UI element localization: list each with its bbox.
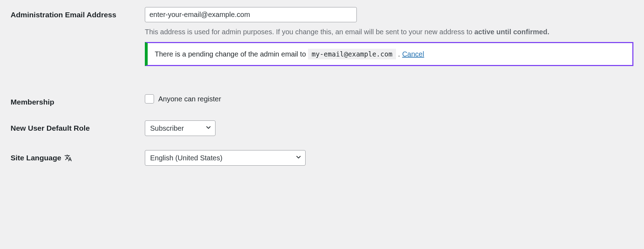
pending-email-code: my-email@example.com: [308, 49, 396, 59]
translate-icon: [64, 154, 72, 162]
membership-row: Membership Anyone can register: [11, 94, 633, 106]
site-language-select[interactable]: English (United States): [145, 150, 306, 166]
admin-email-row: Administration Email Address This addres…: [11, 7, 633, 66]
site-language-row: Site Language English (United States): [11, 150, 633, 166]
default-role-select-wrap: Subscriber: [145, 120, 215, 136]
default-role-row: New User Default Role Subscriber: [11, 120, 633, 136]
membership-field: Anyone can register: [145, 94, 633, 103]
default-role-select[interactable]: Subscriber: [145, 120, 215, 136]
pending-email-notice: There is a pending change of the admin e…: [145, 42, 633, 66]
membership-checkbox-wrap: Anyone can register: [145, 94, 633, 103]
site-language-select-wrap: English (United States): [145, 150, 306, 166]
admin-email-field: This address is used for admin purposes.…: [145, 7, 633, 66]
anyone-can-register-label: Anyone can register: [158, 95, 221, 103]
admin-email-description: This address is used for admin purposes.…: [145, 26, 633, 37]
anyone-can-register-checkbox[interactable]: [145, 94, 154, 103]
site-language-field: English (United States): [145, 150, 633, 166]
admin-email-desc-text: This address is used for admin purposes.…: [145, 28, 474, 36]
default-role-label: New User Default Role: [11, 120, 145, 132]
pending-email-text: There is a pending change of the admin e…: [155, 50, 306, 58]
cancel-pending-link[interactable]: Cancel: [402, 50, 424, 58]
membership-label: Membership: [11, 94, 145, 106]
admin-email-desc-strong: active until confirmed.: [474, 28, 549, 36]
admin-email-label: Administration Email Address: [11, 7, 145, 19]
site-language-text: Site Language: [11, 154, 61, 162]
admin-email-input[interactable]: [145, 7, 357, 22]
site-language-label: Site Language: [11, 150, 145, 162]
default-role-field: Subscriber: [145, 120, 633, 136]
pending-email-dot: .: [398, 50, 400, 58]
